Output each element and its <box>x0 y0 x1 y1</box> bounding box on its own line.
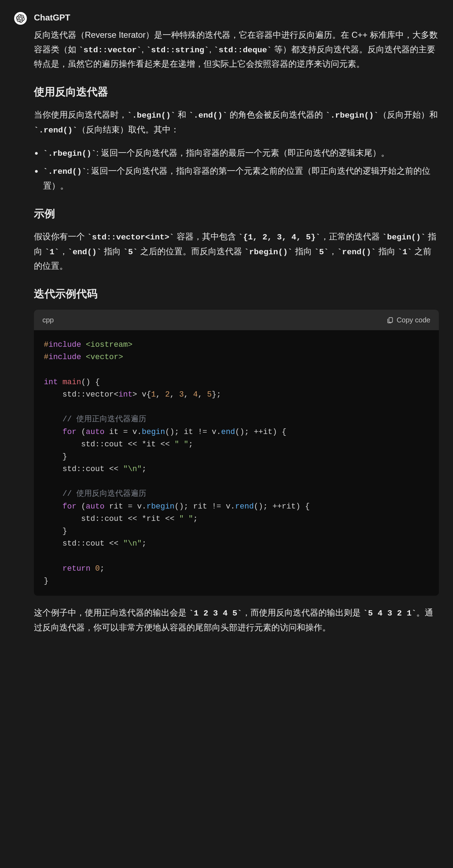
inline-code: `.rbegin()` <box>325 111 378 120</box>
heading-example: 示例 <box>34 204 439 222</box>
heading-usage: 使用反向迭代器 <box>34 83 439 101</box>
code-language: cpp <box>42 314 54 326</box>
inline-code: `std::deque` <box>214 46 272 55</box>
outro-paragraph: 这个例子中，使用正向迭代器的输出会是 `1 2 3 4 5`，而使用反向迭代器的… <box>34 606 439 635</box>
inline-code: `1 2 3 4 5` <box>189 609 242 618</box>
openai-icon <box>16 14 25 23</box>
intro-paragraph: 反向迭代器（Reverse Iterator）是一种特殊的迭代器，它在容器中进行… <box>34 28 439 71</box>
heading-code: 迭代示例代码 <box>34 285 439 303</box>
list-item: `.rbegin()`: 返回一个反向迭代器，指向容器的最后一个元素（即正向迭代… <box>34 146 439 161</box>
inline-code: `.begin()` <box>127 111 176 120</box>
inline-code: `std::string` <box>146 46 209 55</box>
code-body: #include <iostream> #include <vector> in… <box>34 330 439 596</box>
inline-code: `.end()` <box>189 111 227 120</box>
inline-code: `rbegin()` <box>244 248 293 257</box>
copy-label: Copy code <box>396 316 430 324</box>
code-block: cpp Copy code #include <iostream> #inclu… <box>34 310 439 596</box>
inline-code: `1` <box>45 248 59 257</box>
usage-paragraph: 当你使用反向迭代器时，`.begin()` 和 `.end()` 的角色会被反向… <box>34 108 439 137</box>
inline-code: `5` <box>314 248 329 257</box>
inline-code: `.rend()` <box>34 126 77 135</box>
inline-code: `.rbegin()` <box>43 149 96 158</box>
svg-rect-0 <box>389 318 393 322</box>
sender-name: ChatGPT <box>34 11 439 25</box>
inline-code: `5` <box>123 248 138 257</box>
inline-code: `5 4 3 2 1` <box>363 609 416 618</box>
copy-code-button[interactable]: Copy code <box>387 316 430 324</box>
assistant-avatar <box>14 12 27 25</box>
inline-code: `rend()` <box>337 248 376 257</box>
inline-code: `std::vector<int>` <box>87 233 174 242</box>
list-item: `.rend()`: 返回一个反向迭代器，指向容器的第一个元素之前的位置（即正向… <box>34 164 439 193</box>
inline-code: `1` <box>398 248 412 257</box>
code-header: cpp Copy code <box>34 310 439 330</box>
inline-code: `end()` <box>68 248 102 257</box>
clipboard-icon <box>387 316 394 323</box>
assistant-message: ChatGPT 反向迭代器（Reverse Iterator）是一种特殊的迭代器… <box>14 11 439 643</box>
inline-code: `.rend()` <box>43 167 87 176</box>
inline-code: `begin()` <box>382 233 426 242</box>
inline-code: `std::vector` <box>79 46 142 55</box>
example-paragraph: 假设你有一个 `std::vector<int>` 容器，其中包含 `{1, 2… <box>34 230 439 273</box>
inline-code: `{1, 2, 3, 4, 5}` <box>238 233 320 242</box>
method-list: `.rbegin()`: 返回一个反向迭代器，指向容器的最后一个元素（即正向迭代… <box>34 146 439 193</box>
message-content: ChatGPT 反向迭代器（Reverse Iterator）是一种特殊的迭代器… <box>34 11 439 643</box>
